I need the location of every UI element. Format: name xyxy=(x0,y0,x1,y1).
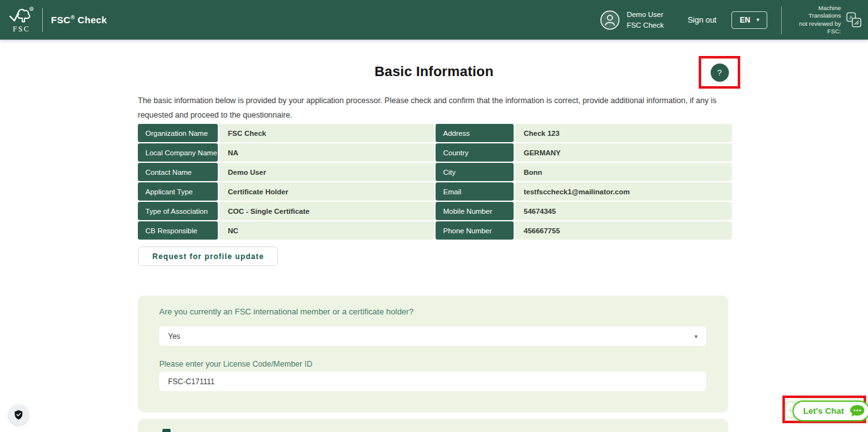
next-section-partial xyxy=(138,419,728,432)
table-value-cell: COC - Single Certificate xyxy=(219,202,434,220)
brand-divider xyxy=(42,8,43,32)
table-label-cell: Address xyxy=(436,124,514,142)
table-value-cell: Bonn xyxy=(515,163,732,181)
chevron-down-icon: ▾ xyxy=(694,333,697,340)
table-label-cell: Type of Association xyxy=(138,202,218,220)
fsc-tree-check-icon: R xyxy=(9,6,34,25)
table-label-cell: Organization Name xyxy=(138,124,218,142)
mt-line: not reviewed by xyxy=(788,20,841,28)
license-code-input[interactable] xyxy=(159,372,706,391)
membership-select-value: Yes xyxy=(168,332,181,341)
license-code-label: Please enter your License Code/Member ID xyxy=(159,360,312,368)
table-value-cell: 54674345 xyxy=(515,202,732,220)
table-label-cell: Local Company Name xyxy=(138,143,218,162)
table-value-cell: NC xyxy=(219,221,434,240)
annotation-highlight-chat: ‹ Let's Chat xyxy=(782,396,866,423)
user-org: FSC Check xyxy=(627,20,664,30)
checkbox[interactable] xyxy=(162,429,171,432)
app-title: FSC® Check xyxy=(51,14,107,25)
user-avatar-icon xyxy=(600,10,620,30)
table-value-cell: Certificate Holder xyxy=(219,182,434,201)
chevron-left-icon: ‹ xyxy=(789,406,792,414)
table-label-cell: CB Responsible xyxy=(138,221,218,240)
sign-out-link[interactable]: Sign out xyxy=(687,16,716,25)
page-description: The basic information below is provided … xyxy=(138,94,722,123)
chat-bubble-icon xyxy=(849,404,865,418)
table-value-cell: testfsccheck1@mailinator.com xyxy=(515,182,732,201)
request-profile-update-button[interactable]: Request for profile update xyxy=(138,246,278,266)
user-chip: Demo User FSC Check xyxy=(600,9,664,30)
language-dropdown[interactable]: EN ▾ xyxy=(731,11,767,29)
chevron-down-icon: ▾ xyxy=(757,17,759,23)
membership-select[interactable]: Yes ▾ xyxy=(159,326,706,346)
mt-line: Machine xyxy=(788,4,841,12)
svg-text:R: R xyxy=(30,8,32,11)
table-label-cell: Applicant Type xyxy=(138,182,218,201)
membership-question-label: Are you currently an FSC international m… xyxy=(159,307,414,316)
fsc-logo-text: FSC xyxy=(13,25,30,34)
page: R FSC FSC® Check Demo User FSC Check Sig… xyxy=(0,0,868,432)
app-title-suffix: Check xyxy=(75,14,107,25)
table-label-cell: Country xyxy=(436,143,514,162)
machine-translation-note: Machine Translations not reviewed by FSC… xyxy=(788,4,841,35)
question-mark-icon: ? xyxy=(717,68,721,77)
profile-table: Organization Name FSC Check Address Chec… xyxy=(138,124,728,240)
table-value-cell: Check 123 xyxy=(515,124,732,142)
annotation-highlight-help: ? xyxy=(699,56,740,89)
user-name: Demo User xyxy=(627,9,664,19)
table-label-cell: Email xyxy=(436,182,514,201)
privacy-badge[interactable] xyxy=(8,404,29,425)
table-label-cell: Phone Number xyxy=(436,221,514,240)
table-label-cell: Mobile Number xyxy=(436,202,514,220)
header-right: Demo User FSC Check Sign out EN ▾ Machin… xyxy=(600,0,868,40)
header-divider xyxy=(781,6,782,34)
translate-icon: A xyxy=(846,12,862,28)
translate-button[interactable]: A xyxy=(846,12,862,28)
fsc-logo: R FSC xyxy=(6,6,37,34)
app-title-prefix: FSC xyxy=(51,14,70,25)
table-value-cell: FSC Check xyxy=(219,124,434,142)
chat-button-label: Let's Chat xyxy=(803,406,844,416)
brand: R FSC FSC® Check xyxy=(0,0,107,40)
mt-line: FSC: xyxy=(788,28,841,35)
table-value-cell: Demo User xyxy=(219,163,434,181)
membership-section: Are you currently an FSC international m… xyxy=(138,296,728,413)
table-value-cell: 456667755 xyxy=(515,221,732,240)
user-info: Demo User FSC Check xyxy=(627,9,664,30)
table-label-cell: City xyxy=(436,163,514,181)
app-header: R FSC FSC® Check Demo User FSC Check Sig… xyxy=(0,0,868,40)
table-value-cell: NA xyxy=(219,143,434,162)
table-value-cell: GERMANY xyxy=(515,143,732,162)
mt-line: Translations xyxy=(788,12,841,19)
table-label-cell: Contact Name xyxy=(138,163,218,181)
app-title-registered: ® xyxy=(70,14,75,21)
chat-button[interactable]: Let's Chat xyxy=(792,401,868,421)
help-button[interactable]: ? xyxy=(711,64,729,82)
language-value: EN xyxy=(740,16,750,25)
shield-check-icon xyxy=(13,409,24,420)
